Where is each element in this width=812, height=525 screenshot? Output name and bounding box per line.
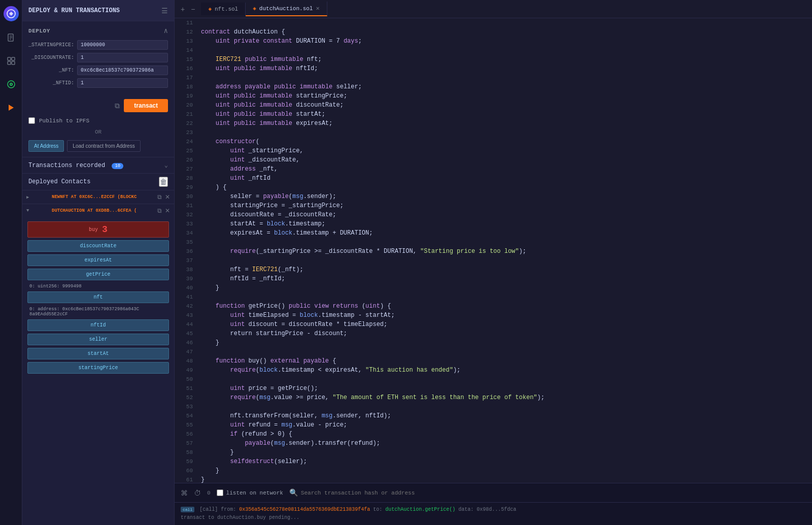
- panel-menu-icon[interactable]: ☰: [161, 7, 168, 15]
- listen-checkbox[interactable]: [217, 489, 223, 496]
- buy-button[interactable]: buy 3: [27, 221, 169, 238]
- tab-close-icon[interactable]: ✕: [316, 5, 319, 12]
- newnft-copy-icon[interactable]: ⧉: [157, 193, 162, 201]
- code-line: 11: [175, 18, 812, 27]
- line-content: [197, 128, 812, 137]
- search-input[interactable]: [301, 490, 806, 496]
- tab-nft[interactable]: ◈ nft.sol: [201, 3, 246, 15]
- startingprice-fn-button[interactable]: startingPrice: [27, 362, 169, 374]
- svg-rect-7: [8, 61, 11, 64]
- code-line: 53: [175, 402, 812, 411]
- line-number: 25: [175, 146, 197, 155]
- nav-plugin-icon[interactable]: [4, 54, 18, 68]
- tab-nft-label: nft.sol: [215, 6, 238, 12]
- contract-item-newnft: ▶ NEWNFT AT 0XC6C...E2CCF (BLOCKC ⧉ ✕: [22, 190, 174, 204]
- code-line: 36 require(_startingPrice >= _discountRa…: [175, 247, 812, 256]
- line-content: uint public immutable nftId;: [197, 64, 812, 73]
- transactions-row[interactable]: Transactions recorded 10 ⌄: [22, 157, 174, 173]
- search-area: 🔍: [289, 488, 806, 497]
- tab-dutchauction[interactable]: ◈ dutchAuction.sol ✕: [246, 2, 327, 16]
- dutchauction-close-icon[interactable]: ✕: [165, 207, 170, 214]
- line-number: 47: [175, 347, 197, 356]
- contract-newnft-header[interactable]: ▶ NEWNFT AT 0XC6C...E2CCF (BLOCKC ⧉ ✕: [22, 190, 174, 204]
- dutchauction-copy-icon[interactable]: ⧉: [157, 207, 162, 214]
- code-line: 41: [175, 292, 812, 302]
- code-area: + − ◈ nft.sol ◈ dutchAuction.sol ✕ 1112c…: [175, 0, 812, 525]
- code-line: 18 address payable public immutable sell…: [175, 82, 812, 91]
- line-number: 12: [175, 27, 197, 37]
- svg-marker-12: [9, 105, 14, 111]
- nav-files-icon[interactable]: [4, 30, 18, 45]
- discountrate-input[interactable]: [77, 53, 168, 62]
- code-line: 39 nftId = _nftId;: [175, 274, 812, 283]
- discountrate-button[interactable]: discountRate: [27, 240, 169, 252]
- line-number: 46: [175, 338, 197, 347]
- publish-checkbox[interactable]: [28, 117, 35, 124]
- line-number: 21: [175, 110, 197, 119]
- at-address-button[interactable]: At Address: [28, 140, 64, 152]
- code-line: 21 uint public immutable startAt;: [175, 110, 812, 119]
- transactions-label: Transactions recorded 10: [28, 162, 123, 169]
- deploy-panel: DEPLOY & RUN TRANSACTIONS ☰ DEPLOY ∧ _ST…: [22, 0, 175, 525]
- line-content: [197, 375, 812, 384]
- line-content: }: [197, 338, 812, 347]
- deploy-section: DEPLOY ∧ _STARTINGPRICE: _DISCOUNTRATE: …: [22, 21, 174, 96]
- getprice-button[interactable]: getPrice: [27, 269, 169, 280]
- nft-button[interactable]: nft: [27, 291, 169, 303]
- nav-run-icon[interactable]: [4, 101, 18, 115]
- nftid-input[interactable]: [77, 78, 168, 88]
- app-logo[interactable]: [4, 6, 19, 21]
- zoom-out-icon[interactable]: −: [189, 4, 197, 14]
- line-number: 42: [175, 302, 197, 311]
- buy-badge: 3: [102, 224, 108, 235]
- code-line: 26 uint _discountRate,: [175, 155, 812, 165]
- startat-button[interactable]: startAt: [27, 348, 169, 359]
- line-number: 45: [175, 329, 197, 338]
- load-contract-button[interactable]: Load contract from Address: [67, 140, 140, 152]
- line-number: 19: [175, 91, 197, 101]
- code-line: 58 }: [175, 448, 812, 457]
- terminal-icon[interactable]: ⌘: [181, 489, 188, 497]
- line-content: uint refund = msg.value - price;: [197, 420, 812, 430]
- line-content: discountRate = _discountRate;: [197, 210, 812, 219]
- line-content: uint private constant DURATION = 7 days;: [197, 37, 812, 46]
- contract-dutchauction-header[interactable]: ▼ DUTCHAUCTION AT 0XD8B...6CFEA ( ⧉ ✕: [22, 204, 174, 217]
- line-content: seller = payable(msg.sender);: [197, 192, 812, 201]
- line-content: return startingPrice - discount;: [197, 329, 812, 338]
- line-content: uint public immutable startingPrice;: [197, 91, 812, 101]
- line-content: nft = IERC721(_nft);: [197, 265, 812, 274]
- line-content: uint public immutable expiresAt;: [197, 119, 812, 128]
- code-line: 31 startingPrice = _startingPrice;: [175, 201, 812, 210]
- transact-button[interactable]: transact: [124, 99, 168, 112]
- startingprice-input[interactable]: [77, 40, 168, 50]
- code-line: 33 startAt = block.timestamp;: [175, 219, 812, 228]
- expiresat-button[interactable]: expiresAt: [27, 254, 169, 266]
- dutchauction-chevron-icon: ▼: [26, 208, 29, 213]
- line-content: [197, 256, 812, 265]
- code-line: 17: [175, 73, 812, 82]
- seller-button[interactable]: seller: [27, 334, 169, 345]
- nft-input[interactable]: [77, 65, 168, 75]
- nftid-label: _NFTID:: [28, 80, 74, 86]
- dutchauction-name: DUTCHAUCTION AT 0XD8B...6CFEA (: [52, 208, 137, 213]
- bottom-bar: ⌘ ⏱ 0 listen on network 🔍: [175, 483, 812, 502]
- code-line: 50: [175, 375, 812, 384]
- trash-icon[interactable]: 🗑: [159, 177, 168, 187]
- clock-icon[interactable]: ⏱: [194, 489, 201, 497]
- line-number: 33: [175, 219, 197, 228]
- nftid-button[interactable]: nftId: [27, 319, 169, 331]
- transactions-chevron-icon: ⌄: [164, 161, 168, 169]
- line-number: 50: [175, 375, 197, 384]
- line-content: uint price = getPrice();: [197, 384, 812, 393]
- copy-icon[interactable]: ⧉: [115, 102, 120, 110]
- nav-deploy-icon[interactable]: [4, 77, 18, 91]
- line-content: nftId = _nftId;: [197, 274, 812, 283]
- code-line: 52 require(msg.value >= price, "The amou…: [175, 393, 812, 402]
- zoom-in-icon[interactable]: +: [179, 4, 187, 14]
- deploy-section-title: DEPLOY ∧: [28, 26, 168, 35]
- newnft-close-icon[interactable]: ✕: [165, 193, 170, 201]
- code-line: 56 if (refund > 0) {: [175, 430, 812, 439]
- code-line: 20 uint public immutable discountRate;: [175, 101, 812, 110]
- line-number: 31: [175, 201, 197, 210]
- line-number: 14: [175, 46, 197, 55]
